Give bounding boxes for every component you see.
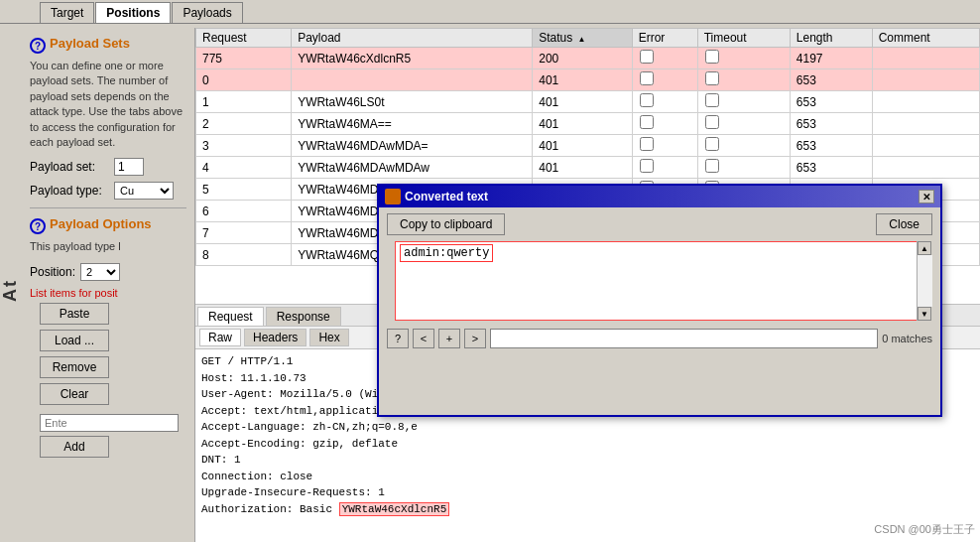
converted-text-dialog: Converted text ✕ Copy to clipboard Close… <box>377 184 942 417</box>
dialog-text-value: admin:qwerty <box>400 244 493 262</box>
dialog-content-area: admin:qwerty ▲ ▼ <box>387 241 932 321</box>
scroll-down[interactable]: ▼ <box>918 307 931 321</box>
next-btn[interactable]: > <box>464 329 486 348</box>
add-btn[interactable]: + <box>438 329 460 348</box>
scroll-track <box>918 255 932 307</box>
dialog-overlay: Converted text ✕ Copy to clipboard Close… <box>0 0 980 542</box>
app-container: Target Positions Payloads At ? Payload S… <box>0 0 980 542</box>
help-search-btn[interactable]: ? <box>387 329 409 348</box>
dialog-close-x[interactable]: ✕ <box>919 190 934 203</box>
close-button[interactable]: Close <box>876 213 932 235</box>
dialog-title-area: Converted text <box>385 189 488 204</box>
dialog-scrollbar[interactable]: ▲ ▼ <box>917 241 932 321</box>
next-icon: > <box>472 333 478 344</box>
question-icon: ? <box>395 333 401 344</box>
dialog-icon <box>385 189 401 204</box>
dialog-text-content: admin:qwerty <box>395 241 924 321</box>
prev-icon: < <box>421 333 427 344</box>
add-icon: + <box>446 333 452 344</box>
dialog-search-bar: ? < + > 0 matches <box>379 325 940 352</box>
dialog-toolbar: Copy to clipboard Close <box>379 207 940 241</box>
matches-label: 0 matches <box>882 333 932 344</box>
dialog-search-input[interactable] <box>490 329 878 348</box>
dialog-title: Converted text <box>405 190 488 203</box>
dialog-titlebar: Converted text ✕ <box>379 186 940 207</box>
copy-to-clipboard-button[interactable]: Copy to clipboard <box>387 213 505 235</box>
prev-btn[interactable]: < <box>413 329 434 348</box>
scroll-up[interactable]: ▲ <box>918 241 931 255</box>
